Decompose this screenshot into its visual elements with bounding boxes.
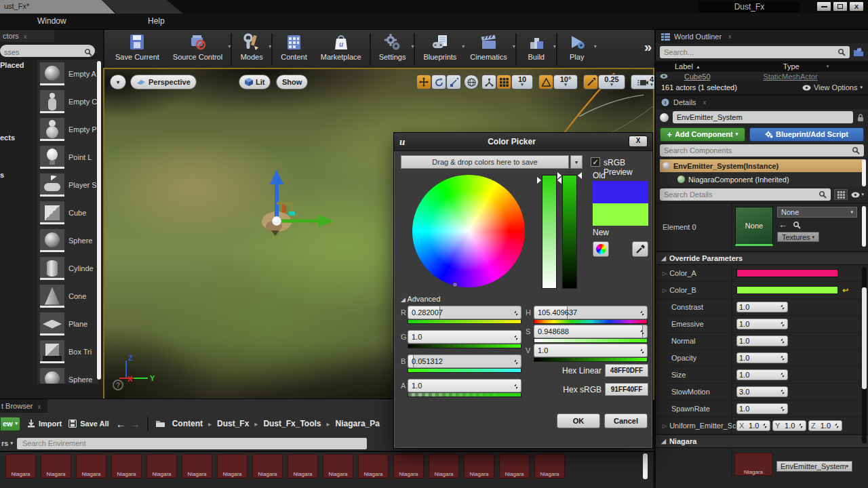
cancel-button[interactable]: Cancel (604, 413, 648, 428)
hex-linear-input[interactable]: 48FF0DFF (605, 364, 648, 377)
content-browser-tab[interactable]: t Browser x (0, 399, 47, 413)
breadcrumb-dust_fx_tools[interactable]: Dust_Fx_Tools (263, 419, 321, 428)
play-button[interactable]: Play▾ (559, 31, 595, 66)
channel-gradient-strip[interactable] (408, 393, 521, 397)
outliner-row[interactable]: Cube50 StaticMeshActor (656, 72, 868, 81)
dialog-close-button[interactable]: X (629, 136, 648, 147)
import-button[interactable]: Import (27, 420, 62, 428)
asset-tile-niagara[interactable]: Niagara (146, 454, 177, 479)
element0-scrollbar[interactable] (862, 206, 866, 247)
asset-tile-niagara[interactable]: Niagara (464, 454, 494, 479)
grid-snap-value-button[interactable]: 10▾ (511, 75, 533, 89)
asset-tile-niagara[interactable]: Niagara (252, 454, 283, 479)
outliner-view-options[interactable]: View Options ▾ (802, 83, 863, 92)
details-view-options[interactable]: ▾ (851, 192, 864, 198)
scale-snap-value-button[interactable]: 0.25▾ (598, 75, 625, 89)
world-outliner-search-input[interactable]: Search... (660, 46, 850, 58)
asset-tile-niagara[interactable]: Niagara (429, 454, 459, 479)
place-actor-item-sphere[interactable]: Sphere (37, 365, 98, 384)
value-bar[interactable] (562, 175, 577, 289)
place-actor-item-empty-p[interactable]: Empty P (37, 115, 98, 143)
details-scrollbar-track[interactable] (862, 267, 867, 443)
asset-tile-niagara[interactable]: Niagara (41, 454, 71, 479)
channel-v-input[interactable]: 1.0 (534, 344, 648, 357)
color-swatch[interactable] (736, 286, 838, 294)
channel-b-input[interactable]: 0.051312 (408, 354, 521, 368)
column-type[interactable]: Type (783, 62, 800, 70)
filter-icon[interactable]: ▾ (827, 64, 829, 69)
asset-tile-niagara[interactable]: Niagara (111, 454, 142, 479)
place-actor-item-cube[interactable]: Cube (37, 199, 98, 226)
source-control-button[interactable]: Source Control▾ (166, 31, 229, 66)
rotation-snap-button[interactable] (538, 75, 553, 89)
eyedropper-button[interactable] (632, 241, 648, 257)
asset-tile-niagara[interactable]: Niagara (393, 454, 424, 479)
place-actor-item-point-l[interactable]: Point L (37, 143, 98, 171)
niagara-header[interactable]: ◢ Niagara (656, 434, 868, 448)
settings-button[interactable]: Settings▾ (372, 31, 413, 66)
channel-s-input[interactable]: 0.948688 (534, 325, 648, 338)
folder-icon[interactable] (155, 420, 165, 428)
value-handle-right[interactable] (578, 172, 582, 179)
visibility-eye-icon[interactable] (660, 73, 668, 79)
rotation-snap-value-button[interactable]: 10°▾ (553, 75, 578, 89)
toolbar-overflow-chevron[interactable]: » (644, 39, 652, 55)
grid-snap-button[interactable] (496, 75, 511, 89)
hex-srgb-input[interactable]: 91FF40FF (605, 383, 648, 396)
add-component-button[interactable]: + Add Component ▾ (660, 127, 745, 142)
advanced-toggle[interactable]: ◢ Advanced (401, 295, 440, 303)
color-wheel-selector[interactable] (452, 282, 458, 287)
breadcrumb-content[interactable]: Content (172, 419, 203, 428)
world-space-button[interactable] (464, 75, 479, 89)
saturation-handle-left[interactable] (537, 177, 541, 184)
revert-icon[interactable]: ↩ (842, 286, 848, 295)
channel-gradient-strip[interactable] (534, 320, 648, 324)
blueprints-button[interactable]: Blueprints▾ (416, 31, 463, 66)
srgb-preview-checkbox[interactable]: ✓ (591, 157, 600, 167)
new-folder-icon[interactable] (853, 47, 864, 57)
component-row-instance[interactable]: EnvEmitter_System(Instance) (660, 159, 864, 172)
vector-x-input[interactable]: X1.0 (736, 420, 770, 431)
value-handle-left[interactable] (557, 172, 561, 179)
channel-gradient-strip[interactable] (534, 358, 648, 362)
vector-y-input[interactable]: Y1.0 (772, 420, 806, 431)
niagara-thumbnail[interactable]: Niagara (734, 453, 772, 476)
place-actors-search-input[interactable]: sses (0, 45, 95, 57)
expand-arrow-icon[interactable]: ▷ (663, 287, 667, 293)
asset-tile-niagara[interactable]: Niagara (182, 454, 212, 479)
breadcrumb-dust_fx[interactable]: Dust_Fx (217, 419, 249, 428)
save-all-button[interactable]: Save All (68, 420, 108, 428)
asset-tile-niagara[interactable]: Niagara (217, 454, 248, 479)
save-current-button[interactable]: Save Current (108, 31, 166, 66)
color-swatch[interactable] (736, 269, 838, 277)
document-tab[interactable]: ust_Fx* (0, 0, 115, 14)
place-actor-item-empty-a[interactable]: Empty A (37, 60, 98, 87)
asset-tile-niagara[interactable]: Niagara (288, 454, 318, 479)
param-value-input[interactable]: 1.0 (736, 336, 788, 346)
back-arrow-icon[interactable]: ← (116, 418, 126, 430)
actor-name-input[interactable]: EnvEmitter_System (673, 111, 853, 123)
scale-tool-button[interactable] (446, 75, 461, 89)
color-wheel[interactable] (412, 175, 525, 287)
element0-thumbnail[interactable]: None (735, 207, 773, 246)
place-category[interactable]: Placed (0, 61, 37, 69)
outliner-row-label[interactable]: Cube50 (684, 73, 711, 81)
override-parameters-header[interactable]: ◢ Override Parameters (656, 251, 868, 265)
world-outliner-tab[interactable]: World Outliner x (656, 30, 868, 43)
details-scrollbar-thumb[interactable] (862, 287, 867, 389)
channel-a-input[interactable]: 1.0 (408, 379, 521, 392)
expand-arrow-icon[interactable]: ▷ (663, 270, 667, 277)
place-actor-item-cone[interactable]: Cone (37, 282, 98, 310)
use-selected-arrow-icon[interactable]: ← (778, 220, 787, 230)
breadcrumb-niagara_pa[interactable]: Niagara_Pa (336, 419, 380, 428)
show-button[interactable]: Show (276, 75, 308, 89)
filters-button[interactable]: rs▾ (0, 439, 13, 447)
place-actors-scrollbar[interactable] (97, 61, 101, 380)
viewport-options-dropdown[interactable]: ▾ (110, 75, 126, 89)
restore-button[interactable] (833, 1, 848, 12)
place-category[interactable]: ects (0, 134, 37, 142)
saturation-bar[interactable] (542, 175, 557, 289)
close-icon[interactable]: x (728, 33, 732, 40)
vector-z-input[interactable]: Z1.0 (808, 420, 842, 431)
theme-dropdown-button[interactable]: ▾ (570, 155, 583, 169)
